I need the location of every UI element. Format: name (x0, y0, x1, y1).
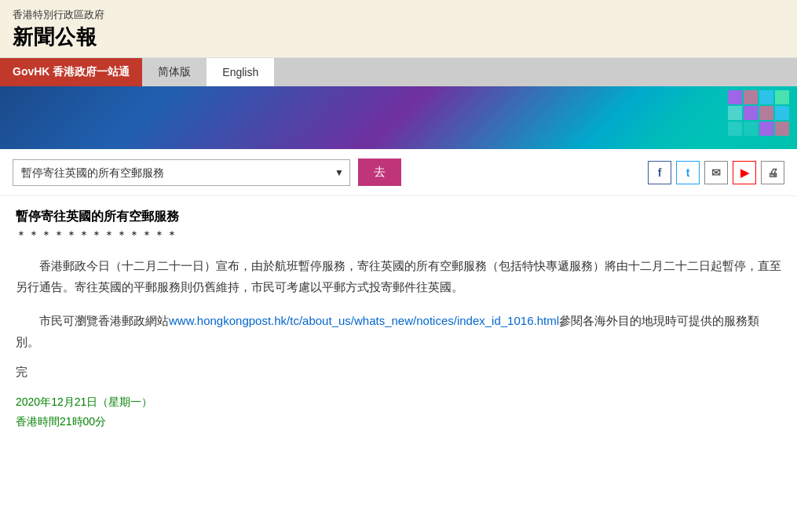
nav-govhk[interactable]: GovHK 香港政府一站通 (0, 58, 142, 86)
youtube-icon[interactable]: ▶ (733, 161, 756, 184)
facebook-icon[interactable]: f (648, 161, 671, 184)
toolbar: 暫停寄往英國的所有空郵服務 ▼ 去 f t ✉ ▶ 🖨 (0, 149, 797, 196)
go-button[interactable]: 去 (358, 159, 401, 186)
select-wrapper: 暫停寄往英國的所有空郵服務 ▼ (13, 159, 350, 186)
date-line2: 香港時間21時00分 (16, 412, 781, 432)
end-word: 完 (16, 365, 781, 380)
header-title: 新聞公報 (13, 24, 784, 51)
banner (0, 86, 797, 149)
header-subtitle: 香港特別行政區政府 (13, 8, 784, 22)
paragraph2-link[interactable]: www.hongkongpost.hk/tc/about_us/whats_ne… (169, 314, 559, 327)
print-icon[interactable]: 🖨 (761, 161, 784, 184)
nav-simplified[interactable]: 简体版 (142, 58, 207, 86)
body-paragraph-1: 香港郵政今日（十二月二十一日）宣布，由於航班暫停服務，寄往英國的所有空郵服務（包… (16, 255, 781, 297)
date-line1: 2020年12月21日（星期一） (16, 392, 781, 412)
press-select[interactable]: 暫停寄往英國的所有空郵服務 (13, 159, 350, 186)
email-icon[interactable]: ✉ (704, 161, 728, 184)
body-paragraph-2: 市民可瀏覽香港郵政網站www.hongkongpost.hk/tc/about_… (16, 310, 781, 352)
press-title: 暫停寄往英國的所有空郵服務 (16, 209, 781, 225)
banner-squares (728, 90, 789, 136)
header: 香港特別行政區政府 新聞公報 (0, 0, 797, 58)
nav-bar: GovHK 香港政府一站通 简体版 English (0, 58, 797, 86)
paragraph2-prefix: 市民可瀏覽香港郵政網站 (39, 314, 169, 327)
social-icons: f t ✉ ▶ 🖨 (648, 161, 784, 184)
nav-english[interactable]: English (207, 58, 274, 86)
twitter-icon[interactable]: t (676, 161, 700, 184)
stars-row: ＊＊＊＊＊＊＊＊＊＊＊＊＊ (16, 228, 781, 242)
content: 暫停寄往英國的所有空郵服務 ＊＊＊＊＊＊＊＊＊＊＊＊＊ 香港郵政今日（十二月二十… (0, 196, 797, 455)
date-line: 2020年12月21日（星期一） 香港時間21時00分 (16, 392, 781, 432)
